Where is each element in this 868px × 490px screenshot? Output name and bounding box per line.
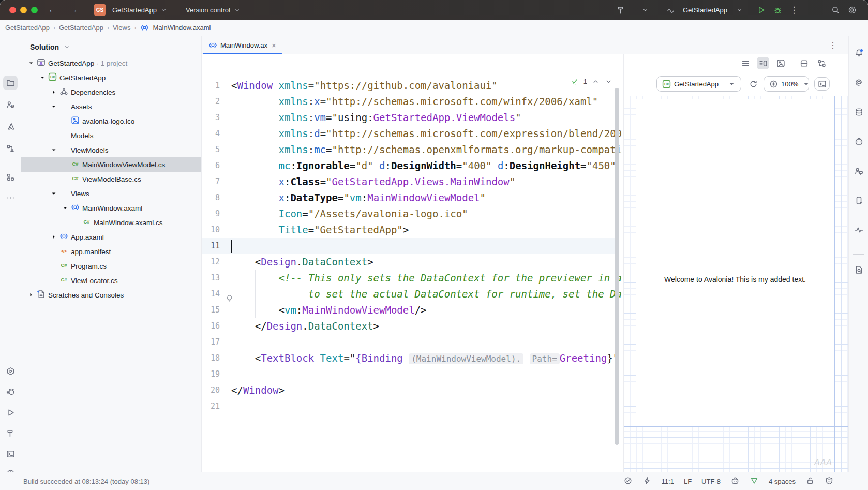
toolwindow-profiler-cat[interactable]: [3, 384, 18, 399]
breadcrumb-item[interactable]: GetStartedApp: [59, 24, 103, 32]
status-inspections-ok[interactable]: [623, 476, 633, 486]
toolwindow-services-hexagon-play[interactable]: [3, 364, 18, 378]
status-green-triangle[interactable]: [750, 476, 759, 486]
line-number: 12: [202, 254, 223, 270]
status-power-save[interactable]: [642, 476, 652, 486]
status-widget[interactable]: 4 spaces: [769, 478, 796, 485]
previewer-terminal-button[interactable]: [814, 77, 830, 91]
toolwindow-notifications-bell[interactable]: [851, 46, 866, 60]
status-widget[interactable]: UTF-8: [701, 478, 721, 485]
inspection-widget[interactable]: 1: [571, 77, 613, 86]
tree-item-getstartedapp[interactable]: C#GetStartedApp: [21, 70, 201, 85]
refresh-preview-icon[interactable]: [749, 79, 758, 88]
tree-item-scratches-and-consoles[interactable]: Scratches and Consoles: [21, 288, 201, 302]
tree-item-assets[interactable]: Assets: [21, 99, 201, 114]
close-window-button[interactable]: [9, 7, 16, 13]
tree-chevron-icon[interactable]: [27, 292, 35, 298]
toolwindow-documentation-search[interactable]: [851, 262, 866, 277]
toolwindow-build-hammer[interactable]: [3, 426, 18, 440]
toolwindow-azure[interactable]: [3, 119, 18, 133]
toolwindow-code-with-me[interactable]: [851, 164, 866, 178]
toolwindow-terminal[interactable]: [3, 447, 18, 461]
chevron-down-icon[interactable]: [640, 5, 650, 14]
vcs-widget[interactable]: Version control: [186, 5, 242, 14]
tree-item-viewmodelbase-cs[interactable]: C#ViewModelBase.cs: [21, 172, 201, 186]
tab-mainwindow-axaml[interactable]: MainWindow.ax ×: [203, 36, 281, 54]
preview-zoom-dropdown[interactable]: 100%: [764, 76, 809, 92]
debug-button[interactable]: [773, 5, 782, 14]
more-actions-kebab-icon[interactable]: ⋮: [789, 5, 799, 14]
toolwindow-structure[interactable]: [3, 141, 18, 155]
tree-chevron-icon[interactable]: [50, 190, 58, 197]
tree-chevron-icon[interactable]: [61, 205, 69, 211]
prev-issue-chevron-icon[interactable]: [591, 77, 600, 86]
breadcrumb-item[interactable]: GetStartedApp: [5, 24, 50, 32]
toolwindow-more-ellipsis[interactable]: [3, 190, 18, 205]
tree-item-avalonia-logo-ico[interactable]: avalonia-logo.ico: [21, 114, 201, 128]
forward-arrow-icon[interactable]: →: [69, 5, 78, 15]
editor-scrollbar[interactable]: [615, 88, 619, 445]
maximize-window-button[interactable]: [31, 7, 38, 13]
tree-item-getstartedapp[interactable]: GetStartedApp · 1 project: [21, 56, 201, 70]
horizontal-split-button[interactable]: [798, 57, 810, 69]
status-ai-robot[interactable]: [730, 476, 740, 486]
tree-item-viewmodels[interactable]: ViewModels: [21, 143, 201, 157]
tree-item-mainwindowviewmodel-cs[interactable]: C#MainWindowViewModel.cs: [21, 157, 201, 172]
line-number: 7: [202, 174, 223, 190]
tree-item-app-manifest[interactable]: </>app.manifest: [21, 244, 201, 259]
tab-close-icon[interactable]: ×: [272, 41, 276, 50]
toolwindow-database[interactable]: [851, 105, 866, 119]
tree-chevron-icon[interactable]: [38, 75, 47, 81]
tab-options-kebab-icon[interactable]: ⋮: [829, 40, 837, 50]
project-widget[interactable]: GS GetStartedApp: [94, 4, 168, 16]
toolwindow-people-help[interactable]: ?: [3, 97, 18, 112]
previewer-profile-dropdown[interactable]: C# GetStartedApp: [656, 76, 741, 92]
editor-only-view-button[interactable]: [739, 57, 752, 69]
tree-item-mainwindow-axaml-cs[interactable]: C#MainWindow.axaml.cs: [21, 215, 201, 230]
next-issue-chevron-icon[interactable]: [604, 77, 613, 86]
status-unlock[interactable]: [805, 476, 815, 486]
split-view-button[interactable]: [757, 57, 769, 69]
tree-item-program-cs[interactable]: C#Program.cs: [21, 259, 201, 273]
code-editor[interactable]: 123456789101112131415161718192021 <Windo…: [202, 54, 623, 472]
run-button[interactable]: [756, 5, 766, 14]
toolwindow-robot-chat[interactable]: [851, 134, 866, 149]
toolwindow-run-play[interactable]: [3, 405, 18, 420]
status-widget[interactable]: 11:1: [662, 478, 674, 485]
status-widget[interactable]: LF: [684, 478, 692, 485]
tree-chevron-icon[interactable]: [50, 147, 58, 153]
back-arrow-icon[interactable]: ←: [48, 5, 57, 15]
swap-panes-button[interactable]: [815, 57, 828, 69]
solution-panel-header[interactable]: Solution: [21, 36, 201, 56]
run-config-name[interactable]: GetStartedApp: [683, 6, 727, 14]
toolwindow-device-phone[interactable]: [851, 193, 866, 207]
tree-item-mainwindow-axaml[interactable]: MainWindow.axaml: [21, 201, 201, 215]
status-shield[interactable]: [825, 476, 834, 486]
structure-icon: [6, 143, 15, 153]
tree-item-app-axaml[interactable]: App.axaml: [21, 230, 201, 244]
status-bar: Build succeeded at 08:13:24 (today 08:13…: [0, 472, 868, 490]
tree-chevron-icon[interactable]: [50, 234, 58, 240]
tree-chevron-icon[interactable]: [50, 89, 58, 95]
tree-chevron-icon[interactable]: [50, 103, 58, 110]
preview-only-view-button[interactable]: [774, 57, 787, 69]
tree-item-views[interactable]: Views: [21, 186, 201, 201]
toolwindow-solution-folder[interactable]: [3, 76, 18, 90]
toolwindow-monitoring-pulse[interactable]: [851, 222, 866, 237]
breadcrumb-item[interactable]: Views: [113, 24, 130, 32]
breadcrumb-item[interactable]: MainWindow.axaml: [153, 24, 211, 32]
line-number: 11: [202, 238, 223, 254]
tree-item-viewlocator-cs[interactable]: C#ViewLocator.cs: [21, 273, 201, 288]
search-icon[interactable]: [831, 5, 840, 14]
previewer-canvas[interactable]: Welcome to Avalonia! This is my added te…: [624, 96, 848, 472]
tree-chevron-icon[interactable]: [27, 60, 35, 66]
build-hammer-icon[interactable]: [616, 5, 625, 14]
toolwindow-components[interactable]: [3, 170, 18, 184]
build-status-message[interactable]: Build succeeded at 08:13:24 (today 08:13…: [23, 478, 149, 485]
chevron-down-icon[interactable]: [735, 5, 744, 14]
minimize-window-button[interactable]: [20, 7, 27, 13]
settings-gear-icon[interactable]: [847, 5, 857, 14]
toolwindow-ai-assistant-at[interactable]: [851, 75, 866, 90]
tree-item-models[interactable]: Models: [21, 128, 201, 143]
tree-item-dependencies[interactable]: Dependencies: [21, 85, 201, 99]
